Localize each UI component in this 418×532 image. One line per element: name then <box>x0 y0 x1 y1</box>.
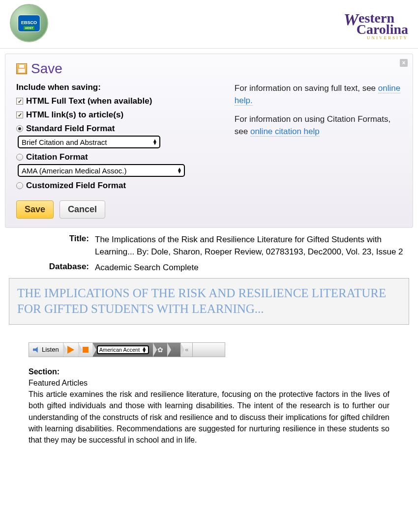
select-citation-format[interactable]: AMA (American Medical Assoc.) ▲▼ <box>18 164 185 177</box>
accent-value: American Accent <box>99 347 140 353</box>
listen-label: Listen <box>42 346 59 353</box>
play-icon <box>67 346 74 354</box>
stop-icon <box>83 347 89 353</box>
help1-text: For information on saving full text, see <box>235 84 378 93</box>
cancel-button[interactable]: Cancel <box>60 200 105 219</box>
chevron-updown-icon: ▲▼ <box>142 347 147 353</box>
save-panel: × Save Include when saving: ✓ HTML Full … <box>5 54 413 228</box>
app-header: EBSCO HOST Western Carolina UNIVERSITY <box>0 0 418 49</box>
close-icon[interactable]: × <box>400 59 408 67</box>
gear-icon: ✿ <box>157 346 163 354</box>
database-value: Academic Search Complete <box>95 262 409 274</box>
wcu-logo: Western Carolina UNIVERSITY <box>344 13 408 40</box>
database-label: Database: <box>9 262 95 274</box>
accent-segment: American Accent ▲▼ <box>93 343 153 357</box>
panel-title-row: Save <box>16 61 402 77</box>
accent-select[interactable]: American Accent ▲▼ <box>97 345 149 354</box>
article-section: Section: Featured Articles This article … <box>29 366 389 446</box>
include-subtitle: Include when saving: <box>16 83 221 92</box>
label-fulltext: HTML Full Text (when available) <box>26 96 152 106</box>
ebsco-logo-inner: EBSCO HOST <box>18 15 40 32</box>
title-value: The Implications of the Risk and Resilie… <box>95 234 409 258</box>
abstract-text: This article examines the risk and resil… <box>29 389 389 446</box>
listen-toolbar: Listen American Accent ▲▼ ✿ ⬇ « <box>29 342 225 357</box>
section-label: Section: <box>29 367 60 376</box>
chevron-updown-icon: ▲▼ <box>152 139 157 145</box>
ebsco-sublabel: HOST <box>24 26 35 30</box>
download-icon: ⬇ <box>172 346 177 353</box>
panel-title: Save <box>31 61 62 77</box>
label-standard: Standard Field Format <box>26 124 115 134</box>
select-standard-format[interactable]: Brief Citation and Abstract ▲▼ <box>18 136 160 148</box>
wcu-carolina: Carolina <box>357 24 408 35</box>
label-citation: Citation Format <box>26 152 88 162</box>
radio-standard[interactable] <box>16 125 23 132</box>
help-panel: For information on saving full text, see… <box>235 83 402 219</box>
title-label: Title: <box>9 234 95 258</box>
checkbox-fulltext[interactable]: ✓ <box>16 98 23 105</box>
ebsco-logo[interactable]: EBSCO HOST <box>10 4 48 42</box>
section-name: Featured Articles <box>29 377 389 389</box>
speaker-icon <box>33 347 40 353</box>
checkbox-links[interactable]: ✓ <box>16 112 23 118</box>
select-standard-value: Brief Citation and Abstract <box>22 138 107 146</box>
label-custom: Customized Field Format <box>26 181 126 191</box>
label-links: HTML link(s) to article(s) <box>26 110 123 120</box>
radio-citation[interactable] <box>16 154 23 161</box>
record-metadata: Title: The Implications of the Risk and … <box>9 234 409 274</box>
save-icon <box>16 63 27 74</box>
select-citation-value: AMA (American Medical Assoc.) <box>22 167 126 175</box>
listen-button[interactable]: Listen <box>29 343 63 357</box>
save-button[interactable]: Save <box>16 200 54 219</box>
ebsco-label: EBSCO <box>21 21 37 25</box>
online-citation-help-link[interactable]: online citation help <box>250 127 320 137</box>
chevron-updown-icon: ▲▼ <box>177 168 182 173</box>
radio-custom[interactable] <box>16 182 23 189</box>
article-headline: THE IMPLICATIONS OF THE RISK AND RESILIE… <box>9 278 409 325</box>
